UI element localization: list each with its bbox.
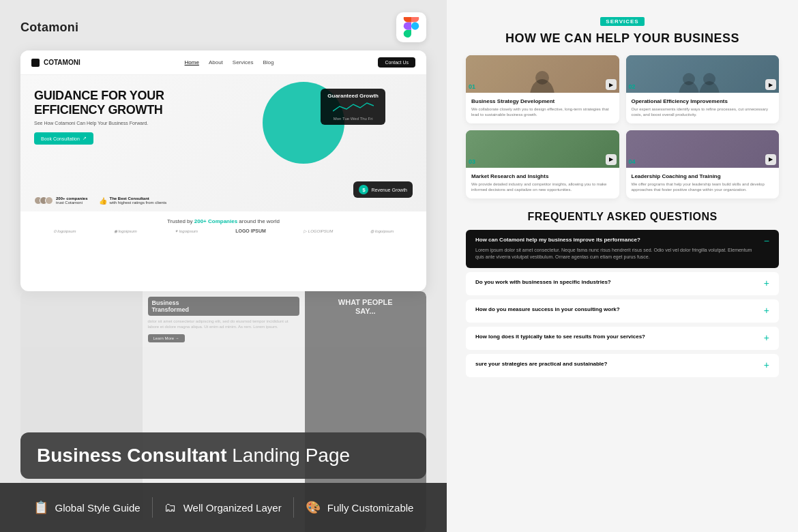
faq-question-4: How long does it typically take to see r…	[475, 334, 758, 340]
app-title: Cotamoni	[20, 20, 78, 35]
faq-question-3: How do you measure success in your consu…	[475, 306, 758, 312]
stat-avatars	[34, 196, 53, 205]
nav-link-about[interactable]: About	[209, 59, 223, 65]
service-num-4: 04	[629, 158, 636, 165]
revenue-dollar-icon: $	[359, 185, 368, 194]
services-grid: ▶ 01 Business Strategy Development We co…	[466, 55, 779, 198]
svg-point-0	[530, 79, 555, 93]
faq-item-2[interactable]: Do you work with businesses in specific …	[466, 272, 779, 295]
style-guide-icon: 📋	[33, 500, 48, 515]
logo-4: LOGO IPSUM	[235, 228, 266, 233]
service-desc-4: We offer programs that help your leaders…	[632, 181, 774, 193]
service-img-2: ▶ 02	[626, 55, 780, 93]
preview-hero: GUIDANCE FOR YOUR EFFICIENCY GROWTH See …	[20, 75, 426, 211]
logo-6: ◍ logoipsum	[370, 228, 394, 233]
organized-layer-icon: 🗂	[164, 501, 177, 515]
services-badge: SERVICES	[600, 17, 644, 26]
faq-plus-icon-4: +	[764, 332, 769, 343]
nav-link-home[interactable]: Home	[185, 59, 199, 65]
nav-link-services[interactable]: Services	[233, 59, 254, 65]
hero-stats: 200+ companiestrust Cotamoni 👍 The Best …	[34, 196, 166, 205]
feature-organized-layer: 🗂 Well Organized Layer	[164, 501, 282, 515]
divider-1	[152, 497, 153, 518]
faq-content-4: How long does it typically take to see r…	[475, 334, 758, 340]
bottom-bar: 📋 Global Style Guide 🗂 Well Organized La…	[0, 483, 447, 532]
title-banner: Business Consultant Landing Page	[20, 432, 426, 479]
services-title: HOW WE CAN HELP YOUR BUSINESS	[466, 31, 779, 46]
nav-link-blog[interactable]: Blog	[263, 59, 274, 65]
service-num-2: 02	[629, 83, 636, 90]
stat-consultant: 👍 The Best Consultantwith highest rating…	[99, 196, 167, 205]
feature-customizable: 🎨 Fully Customizable	[306, 500, 414, 515]
faq-item-5[interactable]: sure your strategies are practical and s…	[466, 354, 779, 377]
faq-plus-icon-2: +	[764, 278, 769, 289]
faq-item-1[interactable]: How can Cotamoni help my business improv…	[466, 230, 779, 268]
logo-3: ✦ logoipsum	[175, 228, 198, 233]
faq-content-2: Do you work with businesses in specific …	[475, 279, 758, 285]
svg-point-2	[679, 81, 699, 93]
service-content-2: Operational Efficiency Improvements Our …	[626, 93, 780, 123]
faq-item-3[interactable]: How do you measure success in your consu…	[466, 299, 779, 323]
svg-point-3	[683, 73, 695, 85]
service-play-4[interactable]: ▶	[765, 154, 776, 165]
service-card-3: ▶ 03 Market Research and Insights We pro…	[466, 130, 619, 198]
preview-contact-btn[interactable]: Contact Us	[378, 57, 415, 68]
feature-style-guide: 📋 Global Style Guide	[33, 500, 141, 515]
service-num-3: 03	[469, 158, 475, 165]
service-desc-1: We collaborate closely with you to desig…	[471, 106, 614, 118]
svg-point-4	[699, 81, 720, 93]
service-play-3[interactable]: ▶	[606, 154, 617, 165]
logo-1: ⊙ logoipsum	[53, 228, 76, 233]
service-img-4: ▶ 04	[626, 130, 780, 168]
stat-companies-text: 200+ companiestrust Cotamoni	[56, 196, 88, 205]
trusted-section: Trusted by 200+ Companies around the wor…	[20, 211, 426, 240]
faq-item-4[interactable]: How long does it typically take to see r…	[466, 327, 779, 350]
trusted-logos: ⊙ logoipsum ◉ logoipsum ✦ logoipsum LOGO…	[34, 228, 413, 233]
service-title-3: Market Research and Insights	[471, 173, 614, 179]
left-panel: Cotamoni COTAMONI	[0, 0, 447, 532]
svg-point-1	[535, 71, 549, 85]
logo-2: ◉ logoipsum	[114, 228, 137, 233]
preview-logo-box	[31, 59, 40, 67]
service-title-2: Operational Efficiency Improvements	[632, 98, 774, 104]
service-play-1[interactable]: ▶	[606, 79, 617, 90]
faq-content-1: How can Cotamoni help my business improv…	[475, 237, 758, 261]
hero-subtitle: See How Cotamoni Can Help Your Business …	[34, 121, 157, 125]
svg-point-5	[703, 73, 715, 85]
service-num-1: 01	[469, 83, 475, 90]
app-header: Cotamoni	[0, 0, 447, 50]
hero-cta-btn[interactable]: Book Consultation ↗	[34, 132, 93, 145]
service-img-3: ▶ 03	[466, 130, 619, 168]
faq-plus-icon-5: +	[764, 359, 769, 370]
service-play-2[interactable]: ▶	[765, 79, 776, 90]
service-card-4: ▶ 04 Leadership Coaching and Training We…	[626, 130, 780, 198]
faq-plus-icon-3: +	[764, 305, 769, 316]
faq-question-2: Do you work with businesses in specific …	[475, 279, 758, 285]
services-header: SERVICES HOW WE CAN HELP YOUR BUSINESS	[466, 14, 779, 46]
service-title-1: Business Strategy Development	[471, 98, 614, 104]
faq-question-1: How can Cotamoni help my business improv…	[475, 237, 758, 243]
hero-title: GUIDANCE FOR YOUR EFFICIENCY GROWTH	[34, 89, 171, 117]
service-desc-2: Our expert assessments identify ways to …	[632, 106, 774, 118]
preview-nav: COTAMONI Home About Services Blog Contac…	[20, 50, 426, 75]
logo-5: ▷ LOGOIPSUM	[304, 228, 333, 233]
service-content-1: Business Strategy Development We collabo…	[466, 93, 619, 123]
faq-content-5: sure your strategies are practical and s…	[475, 361, 758, 367]
service-card-1: ▶ 01 Business Strategy Development We co…	[466, 55, 619, 123]
divider-2	[293, 497, 294, 518]
faq-question-5: sure your strategies are practical and s…	[475, 361, 758, 367]
revenue-badge: $ Revenue Growth	[353, 181, 413, 198]
faq-minus-icon: −	[764, 235, 769, 246]
guaranteed-badge: Guaranteed Growth Mon Tue Wed Thu Fri	[321, 89, 385, 125]
preview-nav-links: Home About Services Blog	[185, 59, 274, 65]
faq-content-3: How do you measure success in your consu…	[475, 306, 758, 312]
faq-answer-1: Lorem ipsum dolor sit amet consectetur. …	[475, 247, 758, 261]
faq-title: FREQUENTLY ASKED QUESTIONS	[466, 211, 779, 223]
service-desc-3: We provide detailed industry and competi…	[471, 181, 614, 193]
stat-consultant-text: The Best Consultantwith highest ratings …	[110, 196, 167, 205]
service-content-4: Leadership Coaching and Training We offe…	[626, 168, 780, 198]
website-preview: COTAMONI Home About Services Blog Contac…	[20, 50, 426, 291]
service-content-3: Market Research and Insights We provide …	[466, 168, 619, 198]
service-title-4: Leadership Coaching and Training	[632, 173, 774, 179]
main-container: Cotamoni COTAMONI	[0, 0, 798, 532]
